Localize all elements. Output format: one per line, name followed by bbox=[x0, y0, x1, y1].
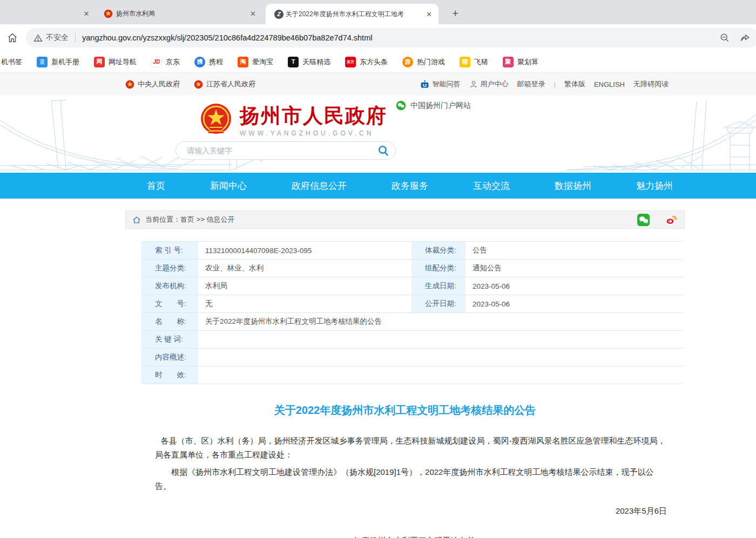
bookmarks-bar: 机书签 ≣ 新机手册 网 网址导航 JD 京东 携 携程 淘 爱淘宝 T 天猫精… bbox=[0, 51, 756, 73]
home-icon[interactable] bbox=[6, 32, 18, 44]
user-icon bbox=[469, 80, 478, 88]
divider: | bbox=[554, 80, 556, 88]
close-icon[interactable]: ✕ bbox=[248, 9, 258, 19]
link-jiangsu-gov[interactable]: 江苏省人民政府 bbox=[194, 79, 255, 89]
browser-tab-bar: ✕ 扬州市水利局 ✕ Z 关于2022年度扬州市水利工程文明工地考 ✕ ＋ bbox=[0, 0, 756, 24]
meta-label: 名 称: bbox=[141, 313, 198, 331]
meta-label: 生成日期: bbox=[411, 277, 465, 295]
bookmark-label: 东方头条 bbox=[360, 57, 388, 67]
bookmark-xinji-manual[interactable]: ≣ 新机手册 bbox=[37, 57, 79, 67]
gov-emblem-icon bbox=[125, 80, 134, 89]
games-icon: 游 bbox=[402, 57, 413, 67]
tab-title: 关于2022年度扬州市水利工程文明工地考 bbox=[286, 10, 422, 19]
bookmark-label: 飞猪 bbox=[474, 57, 488, 67]
breadcrumb-prefix: 当前位置： bbox=[145, 215, 180, 224]
zoom-out-icon[interactable] bbox=[719, 32, 730, 43]
manual-icon: ≣ bbox=[37, 57, 48, 67]
share-icon[interactable] bbox=[740, 32, 751, 43]
portal-label: 中国扬州门户网站 bbox=[410, 101, 471, 111]
nav-charm-yangzhou[interactable]: 魅力扬州 bbox=[636, 180, 673, 192]
close-icon[interactable]: ✕ bbox=[82, 9, 92, 19]
bookmark-eastday[interactable]: 东方 东方头条 bbox=[345, 57, 388, 67]
bookmark-url-nav[interactable]: 网 网址导航 bbox=[94, 57, 137, 67]
nav-news-center[interactable]: 新闻中心 bbox=[210, 180, 247, 192]
bookmark-aitaobao[interactable]: 淘 爱淘宝 bbox=[238, 57, 273, 67]
bookmark-ctrip[interactable]: 携 携程 bbox=[194, 57, 223, 67]
site-name: 扬州市人民政府 bbox=[240, 105, 387, 128]
article-paragraph: 各县（市、区）水利（务）局，扬州经济开发区城乡事务管理局，生态科技新城规划建设局… bbox=[155, 434, 667, 462]
tab-current-article[interactable]: Z 关于2022年度扬州市水利工程文明工地考 ✕ bbox=[266, 4, 438, 24]
security-label[interactable]: 不安全 bbox=[46, 33, 69, 43]
bookmark-fliggy[interactable]: 猪 飞猪 bbox=[460, 57, 488, 67]
meta-label: 公开日期: bbox=[411, 295, 465, 313]
nav-interaction[interactable]: 互动交流 bbox=[473, 180, 510, 192]
weibo-share-icon[interactable] bbox=[664, 213, 678, 227]
breadcrumb-path[interactable]: 首页 >> 信息公开 bbox=[180, 215, 234, 224]
meta-value-created-date: 2023-05-06 bbox=[465, 277, 683, 295]
portal-badge[interactable]: 中国扬州门户网站 bbox=[396, 100, 471, 111]
nav-gov-info[interactable]: 政府信息公开 bbox=[292, 180, 347, 192]
gov-link-label: 中央人民政府 bbox=[138, 79, 180, 89]
gov-emblem-icon bbox=[104, 9, 113, 18]
nav-site-icon: 网 bbox=[94, 57, 105, 67]
main-nav: 首页 新闻中心 政府信息公开 政务服务 互动交流 数据扬州 魅力扬州 bbox=[0, 173, 756, 199]
tab-partial[interactable]: ✕ bbox=[76, 4, 97, 23]
warning-icon bbox=[33, 33, 43, 43]
address-bar[interactable]: 不安全 yangzhou.gov.cn/yzszxxgk/slj/202305/… bbox=[26, 28, 756, 47]
jd-icon: JD bbox=[151, 57, 162, 67]
search-input[interactable] bbox=[187, 146, 377, 155]
nav-data-yangzhou[interactable]: 数据扬州 bbox=[555, 180, 591, 192]
meta-label: 体裁分类: bbox=[411, 242, 465, 260]
site-banner: 扬州市人民政府 WWW.YANGZHOU.GOV.CN 中国扬州门户网站 bbox=[0, 96, 756, 173]
national-emblem-icon bbox=[199, 103, 233, 139]
bookmark-juhuasuan[interactable]: 聚 聚划算 bbox=[503, 57, 538, 67]
search-icon[interactable] bbox=[377, 144, 390, 157]
meta-value-doc-number: 无 bbox=[198, 295, 411, 313]
meta-value-group: 通知公告 bbox=[465, 260, 683, 277]
tab-yangzhou-water-bureau[interactable]: 扬州市水利局 ✕ bbox=[96, 4, 262, 23]
bookmark-label: 机书签 bbox=[1, 57, 22, 67]
bookmark-hot-games[interactable]: 游 热门游戏 bbox=[402, 57, 445, 67]
meta-value-keywords bbox=[198, 331, 683, 349]
url-text[interactable]: yangzhou.gov.cn/yzszxxgk/slj/202305/210c… bbox=[82, 33, 719, 42]
article-title: 关于2022年度扬州市水利工程文明工地考核结果的公告 bbox=[125, 403, 685, 418]
taobao-icon: 淘 bbox=[238, 57, 248, 67]
bookmark-phone-bookmarks[interactable]: 机书签 bbox=[1, 57, 22, 67]
bookmark-tmall[interactable]: T 天猫精选 bbox=[288, 57, 330, 67]
meta-value-genre: 公告 bbox=[465, 242, 683, 260]
link-english[interactable]: ENGLISH bbox=[594, 80, 625, 88]
meta-value-title: 关于2022年度扬州市水利工程文明工地考核结果的公告 bbox=[198, 313, 683, 331]
smart-qa-label: 智能问答 bbox=[433, 79, 461, 89]
gov-emblem-icon bbox=[194, 80, 203, 89]
wechat-share-icon[interactable] bbox=[637, 213, 650, 227]
new-tab-button[interactable]: ＋ bbox=[447, 5, 463, 21]
user-center-label: 用户中心 bbox=[481, 79, 509, 89]
document-meta-table: 索 引 号: 11321000014407098E-2023-095 体裁分类:… bbox=[141, 241, 683, 384]
robot-icon bbox=[420, 80, 430, 89]
nav-gov-services[interactable]: 政务服务 bbox=[392, 180, 428, 192]
close-icon[interactable]: ✕ bbox=[424, 9, 434, 19]
tab-title: 扬州市水利局 bbox=[116, 9, 245, 18]
nav-home[interactable]: 首页 bbox=[147, 180, 165, 192]
meta-label: 时 效: bbox=[141, 366, 198, 384]
bookmark-label: 京东 bbox=[166, 57, 180, 67]
article-paragraph: 根据《扬州市水利工程文明工地建设管理办法》（扬水规[2019]1号），2022年… bbox=[155, 465, 667, 493]
site-logo[interactable]: 扬州市人民政府 WWW.YANGZHOU.GOV.CN bbox=[199, 103, 387, 139]
link-central-gov[interactable]: 中央人民政府 bbox=[125, 79, 180, 89]
link-mail-login[interactable]: 邮箱登录 bbox=[517, 79, 545, 89]
link-accessible[interactable]: 无障碍阅读 bbox=[633, 79, 669, 89]
home-small-icon[interactable] bbox=[132, 216, 141, 224]
gov-link-label: 江苏省人民政府 bbox=[206, 79, 255, 89]
link-traditional[interactable]: 繁体版 bbox=[564, 79, 585, 89]
bookmark-label: 天猫精选 bbox=[302, 57, 330, 67]
meta-value-summary bbox=[198, 349, 683, 366]
bookmark-label: 爱淘宝 bbox=[252, 57, 273, 67]
article-list-title: 2022年度扬州市水利工程文明工地名单 bbox=[125, 536, 685, 538]
link-user-center[interactable]: 用户中心 bbox=[469, 79, 509, 89]
link-smart-qa[interactable]: 智能问答 bbox=[420, 79, 461, 89]
bookmark-jd[interactable]: JD 京东 bbox=[151, 57, 180, 67]
browser-toolbar: 不安全 yangzhou.gov.cn/yzszxxgk/slj/202305/… bbox=[0, 24, 756, 51]
breadcrumb: 当前位置： 首页 >> 信息公开 bbox=[125, 210, 685, 229]
meta-value-validity bbox=[198, 366, 683, 384]
meta-label: 内容概述: bbox=[141, 349, 198, 366]
